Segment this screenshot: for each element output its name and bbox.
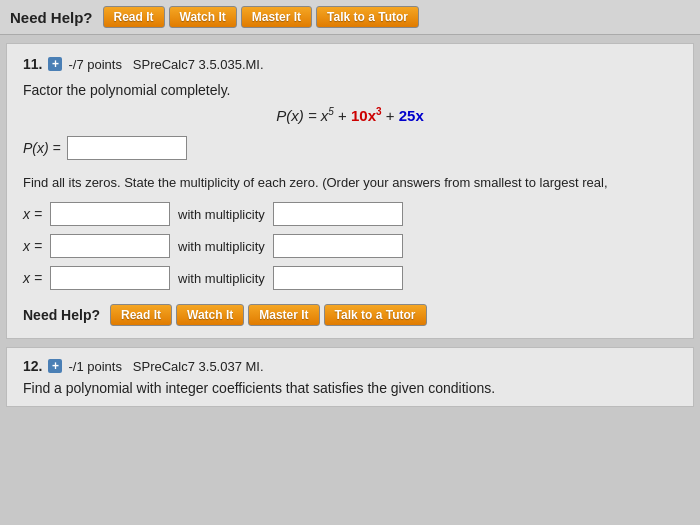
- q11-points: -/7 points SPreCalc7 3.5.035.MI.: [68, 57, 263, 72]
- px-answer-input[interactable]: [67, 136, 187, 160]
- with-mult-label-3: with multiplicity: [178, 271, 265, 286]
- q11-master-it-button[interactable]: Master It: [248, 304, 319, 326]
- q12-number: 12.: [23, 358, 42, 374]
- zero-row-3: x = with multiplicity: [23, 266, 677, 290]
- q11-instruction: Factor the polynomial completely.: [23, 82, 677, 98]
- q11-need-help-label: Need Help?: [23, 307, 100, 323]
- q11-zeros-instruction: Find all its zeros. State the multiplici…: [23, 174, 677, 192]
- top-watch-it-button[interactable]: Watch It: [169, 6, 237, 28]
- q11-header: 11. + -/7 points SPreCalc7 3.5.035.MI.: [23, 56, 677, 72]
- q11-math-expression: P(x) = x5 + 10x3 + 25x: [23, 106, 677, 124]
- q11-read-it-button[interactable]: Read It: [110, 304, 172, 326]
- x-label-2: x =: [23, 238, 42, 254]
- q11-number: 11.: [23, 56, 42, 72]
- mult-input-1[interactable]: [273, 202, 403, 226]
- x-label-1: x =: [23, 206, 42, 222]
- x-value-input-2[interactable]: [50, 234, 170, 258]
- top-help-bar: Need Help? Read It Watch It Master It Ta…: [0, 0, 700, 35]
- top-master-it-button[interactable]: Master It: [241, 6, 312, 28]
- mult-input-2[interactable]: [273, 234, 403, 258]
- x-value-input-1[interactable]: [50, 202, 170, 226]
- zero-row-1: x = with multiplicity: [23, 202, 677, 226]
- q12-plus-icon[interactable]: +: [48, 359, 62, 373]
- question-12-area: 12. + -/1 points SPreCalc7 3.5.037 MI. F…: [6, 347, 694, 407]
- q12-points: -/1 points SPreCalc7 3.5.037 MI.: [68, 359, 263, 374]
- q11-watch-it-button[interactable]: Watch It: [176, 304, 244, 326]
- zero-row-2: x = with multiplicity: [23, 234, 677, 258]
- q11-px-input-row: P(x) =: [23, 136, 677, 160]
- q11-bottom-help-bar: Need Help? Read It Watch It Master It Ta…: [23, 304, 677, 326]
- q12-header: 12. + -/1 points SPreCalc7 3.5.037 MI.: [23, 358, 677, 374]
- top-read-it-button[interactable]: Read It: [103, 6, 165, 28]
- q11-talk-to-tutor-button[interactable]: Talk to a Tutor: [324, 304, 427, 326]
- with-mult-label-2: with multiplicity: [178, 239, 265, 254]
- q11-plus-icon[interactable]: +: [48, 57, 62, 71]
- px-label: P(x) =: [23, 140, 61, 156]
- top-talk-to-tutor-button[interactable]: Talk to a Tutor: [316, 6, 419, 28]
- with-mult-label-1: with multiplicity: [178, 207, 265, 222]
- q12-instruction: Find a polynomial with integer coefficie…: [23, 380, 677, 396]
- top-need-help-label: Need Help?: [10, 9, 93, 26]
- x-label-3: x =: [23, 270, 42, 286]
- mult-input-3[interactable]: [273, 266, 403, 290]
- question-11-area: 11. + -/7 points SPreCalc7 3.5.035.MI. F…: [6, 43, 694, 339]
- x-value-input-3[interactable]: [50, 266, 170, 290]
